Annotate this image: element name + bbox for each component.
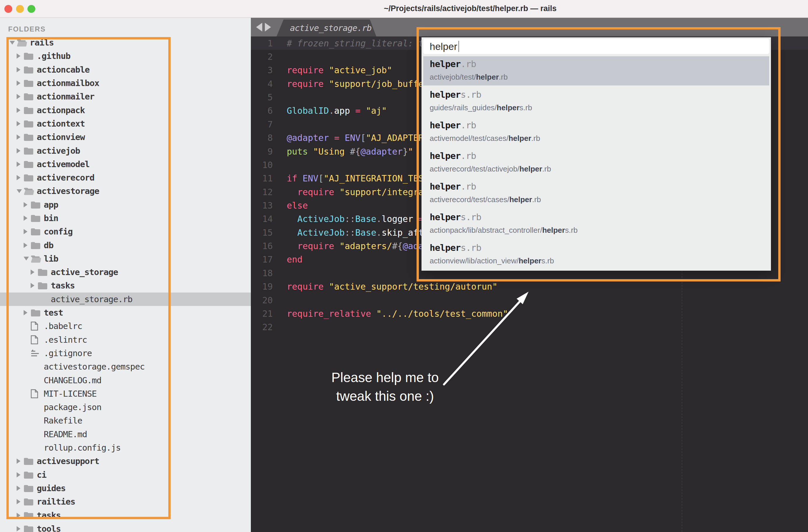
line-number: 10 — [251, 160, 273, 170]
tree-row-activerecord[interactable]: activerecord — [0, 171, 251, 184]
tree-row-rollup-config-js[interactable]: rollup.config.js — [0, 441, 251, 454]
tab-back-icon[interactable] — [256, 23, 262, 32]
tree-row-tasks[interactable]: tasks — [0, 279, 251, 292]
text-caret — [458, 41, 459, 52]
folder-icon — [24, 173, 37, 182]
tree-row-activestorage-gemspec[interactable]: activestorage.gemspec — [0, 360, 251, 373]
tree-item-label: app — [44, 200, 58, 210]
minimize-window-button[interactable] — [16, 5, 24, 13]
chevron-right-icon[interactable] — [17, 148, 24, 153]
tree-row-lib[interactable]: lib — [0, 252, 251, 265]
chevron-right-icon[interactable] — [17, 459, 24, 464]
tree-row-actionmailbox[interactable]: actionmailbox — [0, 76, 251, 90]
tree-row--gitignore[interactable]: .gitignore — [0, 347, 251, 360]
chevron-right-icon[interactable] — [24, 243, 31, 248]
tree-row--github[interactable]: .github — [0, 49, 251, 63]
tree-row-app[interactable]: app — [0, 198, 251, 212]
search-result-6[interactable]: helpers.rbactionpack/lib/abstract_contro… — [423, 209, 769, 239]
chevron-down-icon[interactable] — [10, 41, 17, 44]
code-line-20[interactable]: 20 — [251, 293, 808, 307]
tree-row-mit-license[interactable]: MIT-LICENSE — [0, 387, 251, 401]
tree-row-activejob[interactable]: activejob — [0, 144, 251, 157]
chevron-right-icon[interactable] — [17, 67, 24, 72]
close-window-button[interactable] — [4, 5, 12, 13]
tree-row-actiontext[interactable]: actiontext — [0, 117, 251, 130]
chevron-right-icon[interactable] — [31, 270, 38, 275]
chevron-right-icon[interactable] — [17, 108, 24, 113]
chevron-down-icon[interactable] — [17, 189, 24, 193]
code-line-19[interactable]: 19require "active_support/testing/autoru… — [251, 280, 808, 293]
folder-icon — [24, 511, 37, 519]
tree-row-activemodel[interactable]: activemodel — [0, 158, 251, 171]
tree-row-rakefile[interactable]: Rakefile — [0, 414, 251, 427]
chevron-right-icon[interactable] — [24, 216, 31, 221]
chevron-down-icon[interactable] — [24, 257, 31, 260]
folder-icon — [31, 309, 44, 317]
tree-row--babelrc[interactable]: .babelrc — [0, 319, 251, 333]
tree-row-test[interactable]: test — [0, 306, 251, 319]
tree-row-ci[interactable]: ci — [0, 468, 251, 481]
chevron-right-icon[interactable] — [17, 513, 24, 518]
close-tab-icon[interactable]: ✕ — [382, 23, 389, 33]
chevron-right-icon[interactable] — [17, 162, 24, 167]
tab-active-storage-rb[interactable]: active_storage.rb ✕ — [277, 20, 376, 36]
tree-row-actioncable[interactable]: actioncable — [0, 63, 251, 76]
tree-row-railties[interactable]: railties — [0, 495, 251, 508]
tree-row-tasks[interactable]: tasks — [0, 508, 251, 522]
line-number: 21 — [251, 309, 273, 319]
tree-item-label: railties — [37, 497, 75, 507]
titlebar: ~/Projects/rails/activejob/test/helper.r… — [0, 0, 808, 18]
tree-row-activesupport[interactable]: activesupport — [0, 454, 251, 468]
tree-row-activestorage[interactable]: activestorage — [0, 184, 251, 198]
search-result-3[interactable]: helper.rbactivemodel/test/cases/helper.r… — [423, 117, 769, 147]
tree-row-tools[interactable]: tools — [0, 522, 251, 532]
search-result-2[interactable]: helpers.rbguides/rails_guides/helpers.rb — [423, 87, 769, 116]
tree-row-changelog-md[interactable]: CHANGELOG.md — [0, 373, 251, 387]
chevron-right-icon[interactable] — [24, 202, 31, 207]
tree-row-actionview[interactable]: actionview — [0, 130, 251, 144]
tree-row-actionmailer[interactable]: actionmailer — [0, 90, 251, 103]
tree-row-config[interactable]: config — [0, 225, 251, 238]
chevron-right-icon[interactable] — [17, 175, 24, 180]
tree-row-bin[interactable]: bin — [0, 212, 251, 225]
search-result-7[interactable]: helpers.rbactionview/lib/action_view/hel… — [423, 240, 769, 269]
chevron-right-icon[interactable] — [31, 283, 38, 288]
tree-row-actionpack[interactable]: actionpack — [0, 103, 251, 117]
tree-row-active-storage-rb[interactable]: active_storage.rb — [0, 293, 251, 306]
line-source: puts "Using #{@adapter}" — [273, 146, 413, 157]
chevron-right-icon[interactable] — [17, 80, 24, 86]
chevron-right-icon[interactable] — [17, 121, 24, 126]
tree-row-readme-md[interactable]: README.md — [0, 427, 251, 441]
tree-item-label: MIT-LICENSE — [44, 389, 96, 399]
search-result-1[interactable]: helper.rbactivejob/test/helper.rb — [423, 56, 769, 86]
tree-row-rails[interactable]: rails — [0, 36, 251, 49]
tree-row-active-storage[interactable]: active_storage — [0, 265, 251, 279]
search-result-4[interactable]: helper.rbactiverecord/test/activejob/hel… — [423, 148, 769, 177]
chevron-right-icon[interactable] — [17, 472, 24, 477]
chevron-right-icon[interactable] — [17, 134, 24, 140]
code-line-21[interactable]: 21require_relative "../../tools/test_com… — [251, 307, 808, 320]
chevron-right-icon[interactable] — [24, 229, 31, 234]
folder-icon — [24, 457, 37, 465]
line-number: 9 — [251, 146, 273, 157]
tree-row-package-json[interactable]: package.json — [0, 401, 251, 414]
tree-row-guides[interactable]: guides — [0, 481, 251, 495]
result-filepath: activerecord/test/activejob/helper.rb — [430, 165, 551, 173]
folder-icon — [24, 92, 37, 100]
zoom-window-button[interactable] — [27, 5, 35, 13]
search-result-5[interactable]: helper.rbactiverecord/test/cases/helper.… — [423, 179, 769, 208]
chevron-right-icon[interactable] — [17, 53, 24, 59]
tree-row-db[interactable]: db — [0, 238, 251, 252]
code-line-22[interactable]: 22 — [251, 320, 808, 334]
chevron-right-icon[interactable] — [17, 94, 24, 99]
result-filepath: activerecord/test/cases/helper.rb — [430, 195, 541, 204]
search-input[interactable]: helper — [423, 39, 769, 54]
tab-forward-icon[interactable] — [265, 23, 271, 32]
tree-row--eslintrc[interactable]: .eslintrc — [0, 333, 251, 347]
folder-icon — [24, 147, 37, 155]
chevron-right-icon[interactable] — [24, 310, 31, 315]
chevron-right-icon[interactable] — [17, 499, 24, 504]
chevron-right-icon[interactable] — [17, 526, 24, 531]
chevron-right-icon[interactable] — [17, 485, 24, 491]
line-source: else — [273, 200, 308, 210]
